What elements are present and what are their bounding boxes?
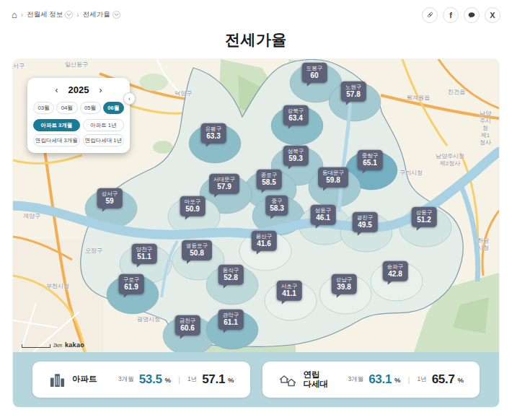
stat-period-label: 1년 bbox=[187, 375, 197, 384]
district-value: 41.6 bbox=[256, 240, 273, 248]
scale-line bbox=[22, 344, 50, 348]
filter-chip-연립다세대 1년[interactable]: 연립다세대 1년 bbox=[83, 134, 124, 146]
month-chip-04월[interactable]: 04월 bbox=[56, 102, 77, 114]
district-value: 57.8 bbox=[345, 90, 362, 99]
share-link-button[interactable] bbox=[422, 7, 438, 23]
page-header: ⌂ › 전월세 정보 › 전세가율 f X bbox=[0, 0, 512, 23]
district-name: 서초구 bbox=[281, 283, 298, 289]
district-badge-중구[interactable]: 중구58.3 bbox=[265, 196, 288, 216]
stat-period-label: 3개월 bbox=[118, 375, 134, 384]
district-name: 관악구 bbox=[223, 312, 239, 318]
district-badge-강북구[interactable]: 강북구63.4 bbox=[283, 105, 309, 126]
divider: | bbox=[408, 375, 410, 384]
district-badge-성북구[interactable]: 성북구59.3 bbox=[283, 146, 309, 166]
breadcrumb: ⌂ › 전월세 정보 › 전세가율 bbox=[12, 10, 120, 19]
district-badge-중랑구[interactable]: 중랑구65.1 bbox=[358, 150, 383, 170]
district-name: 성동구 bbox=[315, 207, 332, 214]
district-name: 성북구 bbox=[288, 148, 304, 154]
next-year-button[interactable]: › bbox=[99, 86, 102, 95]
district-name: 동작구 bbox=[223, 267, 239, 274]
district-name: 강동구 bbox=[416, 209, 433, 216]
district-badge-용산구[interactable]: 용산구41.6 bbox=[252, 231, 277, 251]
district-badge-광진구[interactable]: 광진구49.5 bbox=[353, 212, 378, 232]
district-badge-은평구[interactable]: 은평구63.3 bbox=[201, 123, 226, 144]
district-badge-마포구[interactable]: 마포구50.9 bbox=[180, 196, 206, 216]
district-badge-강서구[interactable]: 강서구59 bbox=[97, 188, 123, 209]
home-icon[interactable]: ⌂ bbox=[12, 10, 17, 19]
filter-chip-아파트 1년[interactable]: 아파트 1년 bbox=[83, 119, 124, 131]
district-name: 중구 bbox=[270, 198, 283, 204]
district-badge-서초구[interactable]: 서초구41.1 bbox=[277, 281, 302, 301]
district-value: 41.1 bbox=[281, 289, 298, 298]
share-facebook-button[interactable]: f bbox=[443, 7, 459, 23]
district-name: 강서구 bbox=[102, 191, 118, 197]
breadcrumb-item-rent-info[interactable]: 전월세 정보 bbox=[27, 10, 73, 19]
month-chip-05월[interactable]: 05월 bbox=[80, 102, 101, 114]
district-badge-강남구[interactable]: 강남구39.8 bbox=[332, 274, 357, 294]
district-value: 46.1 bbox=[315, 214, 332, 222]
district-value: 60 bbox=[306, 71, 323, 80]
year-selector: ‹ 2025 › bbox=[33, 84, 124, 95]
district-value: 59.8 bbox=[322, 176, 344, 185]
card-title: 아파트 bbox=[72, 375, 107, 384]
district-name: 용산구 bbox=[256, 233, 273, 240]
map-scale: 2km bbox=[22, 343, 62, 348]
district-name: 종로구 bbox=[261, 172, 278, 178]
stat-unit: % bbox=[228, 376, 234, 384]
district-value: 52.8 bbox=[223, 274, 239, 282]
district-badge-영등포구[interactable]: 영등포구50.8 bbox=[182, 240, 212, 261]
stat-period-label: 1년 bbox=[417, 375, 426, 384]
kakao-logo: kakao bbox=[65, 341, 84, 349]
district-name: 서대문구 bbox=[213, 176, 235, 183]
prev-year-button[interactable]: ‹ bbox=[56, 86, 58, 95]
district-name: 마포구 bbox=[185, 198, 201, 205]
district-badge-금천구[interactable]: 금천구60.6 bbox=[175, 315, 200, 336]
district-name: 양천구 bbox=[136, 246, 153, 253]
share-buttons: f X bbox=[422, 7, 500, 23]
share-kakao-button[interactable] bbox=[464, 7, 480, 23]
share-x-button[interactable]: X bbox=[485, 7, 500, 23]
filter-chip-아파트 3개월[interactable]: 아파트 3개월 bbox=[33, 119, 80, 131]
filter-panel: ‹ 2025 › 03월04월05월06월 아파트 3개월아파트 1년연립다세대… bbox=[27, 78, 130, 153]
district-name: 은평구 bbox=[206, 126, 222, 132]
district-badge-서대문구[interactable]: 서대문구57.9 bbox=[209, 174, 239, 194]
district-badge-송파구[interactable]: 송파구42.8 bbox=[383, 261, 408, 281]
district-value: 51.2 bbox=[416, 216, 433, 224]
housing-type-selector: 아파트 3개월아파트 1년연립다세대 3개월연립다세대 1년 bbox=[33, 119, 124, 146]
district-value: 39.8 bbox=[336, 283, 353, 292]
district-badge-동작구[interactable]: 동작구52.8 bbox=[219, 265, 244, 285]
district-badge-도봉구[interactable]: 도봉구60 bbox=[302, 63, 327, 83]
district-value: 58.5 bbox=[261, 178, 278, 187]
facebook-icon: f bbox=[449, 11, 452, 19]
chevron-down-icon[interactable] bbox=[112, 11, 120, 19]
district-value: 65.1 bbox=[362, 159, 379, 167]
district-badge-동대문구[interactable]: 동대문구59.8 bbox=[318, 167, 348, 188]
stat-value-1year: 57.1 bbox=[202, 372, 225, 387]
summary-stats-band: 아파트 3개월 53.5 % | 1년 57.1 % 연립 다세대 3개월 63… bbox=[13, 352, 499, 407]
district-badge-양천구[interactable]: 양천구51.1 bbox=[132, 244, 157, 264]
district-value: 61.9 bbox=[123, 283, 140, 292]
panel-collapse-button[interactable]: ‹ bbox=[123, 92, 136, 105]
district-value: 49.5 bbox=[357, 221, 374, 229]
district-badge-구로구[interactable]: 구로구61.9 bbox=[119, 274, 144, 294]
district-value: 42.8 bbox=[387, 270, 404, 279]
card-title: 연립 다세대 bbox=[304, 370, 338, 389]
map-area[interactable]: 일산동구서구덕양구퇴계원읍진건읍남양주시청 제1청사남양주시청 제2청사구리시청… bbox=[13, 59, 499, 352]
stat-unit: % bbox=[458, 376, 464, 384]
filter-chip-연립다세대 3개월[interactable]: 연립다세대 3개월 bbox=[33, 134, 80, 146]
district-name: 송파구 bbox=[387, 263, 404, 270]
month-chip-06월[interactable]: 06월 bbox=[103, 102, 124, 114]
district-badge-성동구[interactable]: 성동구46.1 bbox=[311, 205, 336, 225]
district-badge-강동구[interactable]: 강동구51.2 bbox=[412, 207, 437, 227]
district-badge-종로구[interactable]: 종로구58.5 bbox=[257, 170, 282, 190]
rowhouse-summary-card: 연립 다세대 3개월 63.1 % | 1년 65.7 % bbox=[262, 362, 480, 398]
district-name: 강남구 bbox=[336, 276, 353, 283]
stat-unit: % bbox=[394, 376, 400, 384]
month-chip-03월[interactable]: 03월 bbox=[33, 102, 54, 114]
chevron-down-icon[interactable] bbox=[65, 11, 73, 19]
district-badge-노원구[interactable]: 노원구57.8 bbox=[341, 82, 366, 102]
breadcrumb-item-jeonse-ratio[interactable]: 전세가율 bbox=[83, 10, 120, 19]
district-name: 노원구 bbox=[345, 84, 362, 90]
district-name: 금천구 bbox=[180, 318, 196, 324]
district-badge-관악구[interactable]: 관악구61.1 bbox=[219, 310, 244, 330]
